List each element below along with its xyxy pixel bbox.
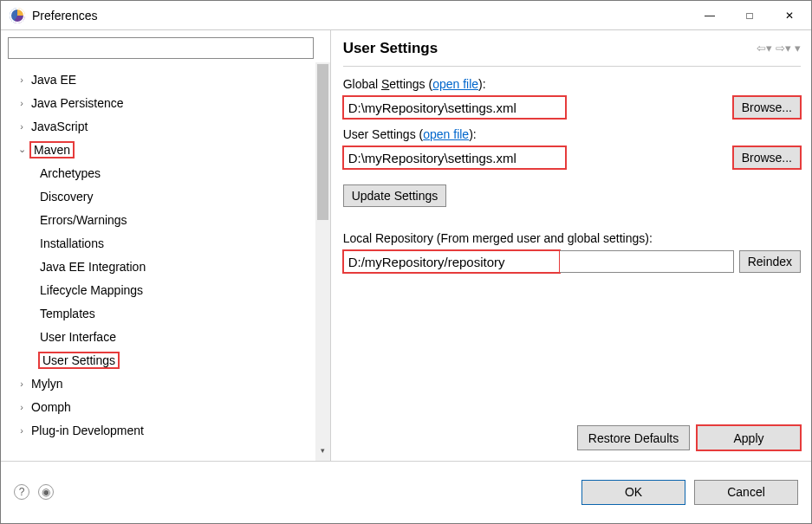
global-browse-button[interactable]: Browse...: [733, 96, 801, 119]
tree-item-java-persistence[interactable]: ›Java Persistence: [14, 91, 315, 114]
tree-item-user-interface[interactable]: User Interface: [14, 325, 315, 348]
tree-item-mylyn[interactable]: ›Mylyn: [14, 372, 315, 395]
tree-item-label: JavaScript: [29, 119, 89, 134]
update-settings-button[interactable]: Update Settings: [343, 184, 447, 207]
user-settings-label: User Settings (open file):: [343, 127, 801, 141]
scroll-thumb[interactable]: [317, 64, 328, 220]
tree-item-label: Plug-in Development: [29, 423, 146, 438]
scroll-down-icon[interactable]: ▾: [315, 446, 330, 461]
panel-title: User Settings: [343, 40, 753, 57]
close-button[interactable]: ✕: [770, 2, 809, 29]
tree-item-javascript[interactable]: ›JavaScript: [14, 114, 315, 138]
tree-item-java-ee[interactable]: ›Java EE: [14, 68, 315, 91]
view-menu-icon[interactable]: ▾: [795, 42, 801, 55]
tree-item-label: Java EE: [29, 72, 78, 87]
chevron-right-icon[interactable]: ›: [14, 98, 29, 108]
tree-item-archetypes[interactable]: Archetypes: [14, 161, 315, 184]
chevron-down-icon[interactable]: ⌄: [14, 144, 29, 155]
tree-item-label: Discovery: [38, 189, 94, 204]
filter-box-wrap: [1, 30, 330, 62]
chevron-right-icon[interactable]: ›: [14, 74, 29, 85]
window-title: Preferences: [32, 9, 690, 23]
import-export-icon[interactable]: ◉: [38, 484, 54, 500]
tree-item-label: Templates: [38, 306, 97, 321]
tree-item-label: Lifecycle Mappings: [38, 282, 145, 298]
tree-item-label: User Interface: [38, 329, 118, 345]
tree-item-templates[interactable]: Templates: [14, 301, 315, 325]
global-open-file-link[interactable]: open file: [432, 77, 478, 91]
restore-defaults-button[interactable]: Restore Defaults: [577, 425, 690, 450]
tree-item-oomph[interactable]: ›Oomph: [14, 395, 315, 418]
tree-item-label: Java EE Integration: [38, 259, 147, 275]
filter-input[interactable]: [8, 37, 314, 59]
user-browse-button[interactable]: Browse...: [733, 146, 801, 169]
tree-item-java-ee-integration[interactable]: Java EE Integration: [14, 255, 315, 278]
nav-back-icon[interactable]: ⇦▾: [757, 42, 772, 55]
user-settings-input[interactable]: [343, 146, 566, 169]
tree-item-installations[interactable]: Installations: [14, 231, 315, 255]
tree-scrollbar[interactable]: ▴ ▾: [315, 62, 330, 461]
minimize-button[interactable]: —: [690, 2, 730, 29]
tree-item-label: Maven: [29, 141, 75, 158]
tree-item-maven[interactable]: ⌄Maven: [14, 138, 315, 161]
ok-button[interactable]: OK: [581, 480, 685, 505]
tree-item-lifecycle-mappings[interactable]: Lifecycle Mappings: [14, 278, 315, 301]
tree-item-errors-warnings[interactable]: Errors/Warnings: [14, 208, 315, 231]
eclipse-logo-icon: [10, 8, 25, 23]
tree-item-label: Archetypes: [38, 165, 102, 181]
tree-item-label: User Settings: [38, 352, 120, 369]
apply-button[interactable]: Apply: [697, 425, 801, 450]
dialog-footer: ? ◉ OK Cancel: [1, 462, 811, 522]
chevron-right-icon[interactable]: ›: [14, 402, 29, 412]
help-icon[interactable]: ?: [14, 484, 29, 500]
tree-item-label: Mylyn: [29, 376, 65, 391]
tree-item-plug-in-development[interactable]: ›Plug-in Development: [14, 418, 315, 442]
chevron-right-icon[interactable]: ›: [14, 378, 29, 389]
tree-item-discovery[interactable]: Discovery: [14, 184, 315, 208]
local-repo-input-tail: [560, 250, 734, 273]
local-repo-label: Local Repository (From merged user and g…: [343, 231, 801, 245]
tree-item-label: Oomph: [29, 399, 73, 415]
global-settings-label: Global Settings (open file):: [343, 77, 801, 91]
chevron-right-icon[interactable]: ›: [14, 121, 29, 132]
cancel-button[interactable]: Cancel: [694, 480, 798, 505]
nav-fwd-icon[interactable]: ⇨▾: [776, 42, 791, 55]
preferences-tree[interactable]: ›Java EE›Java Persistence›JavaScript⌄Mav…: [1, 62, 315, 461]
local-repo-input: [343, 250, 560, 273]
tree-item-label: Installations: [38, 236, 106, 251]
titlebar: Preferences — □ ✕: [1, 1, 811, 30]
global-settings-input[interactable]: [343, 96, 566, 119]
maximize-button[interactable]: □: [730, 2, 770, 29]
tree-item-label: Errors/Warnings: [38, 212, 129, 228]
chevron-right-icon[interactable]: ›: [14, 425, 29, 436]
tree-item-user-settings[interactable]: User Settings: [14, 348, 315, 372]
user-open-file-link[interactable]: open file: [423, 127, 469, 141]
preferences-tree-pane: ›Java EE›Java Persistence›JavaScript⌄Mav…: [1, 30, 331, 461]
reindex-button[interactable]: Reindex: [739, 250, 801, 273]
settings-panel: User Settings ⇦▾ ⇨▾ ▾ Global Settings (o…: [331, 30, 811, 461]
tree-item-label: Java Persistence: [29, 95, 126, 111]
